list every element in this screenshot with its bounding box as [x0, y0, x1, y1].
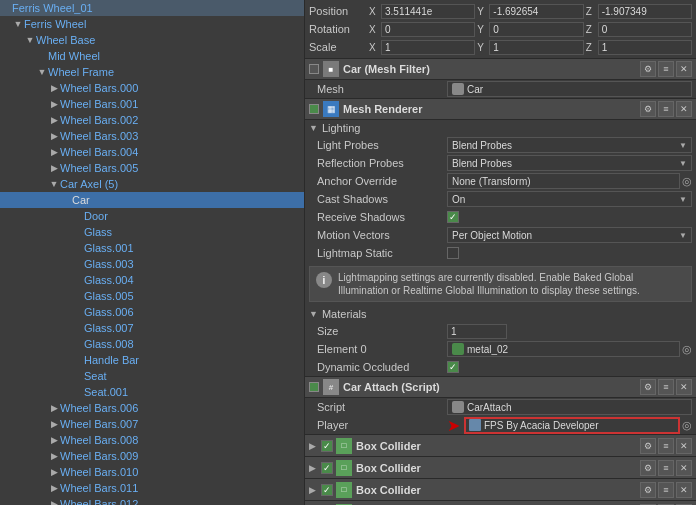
- tree-item-glass[interactable]: Glass: [0, 224, 304, 240]
- materials-label: Materials: [322, 308, 367, 320]
- mesh-filter-more-icon[interactable]: ≡: [658, 61, 674, 77]
- collider-close-2[interactable]: ✕: [676, 482, 692, 498]
- mesh-object-field[interactable]: Car: [447, 81, 692, 97]
- tree-item-glass-004[interactable]: Glass.004: [0, 272, 304, 288]
- tree-item-glass-006[interactable]: Glass.006: [0, 304, 304, 320]
- tree-item-car-axel[interactable]: ▼Car Axel (5): [0, 176, 304, 192]
- tree-item-wheel-frame[interactable]: ▼Wheel Frame: [0, 64, 304, 80]
- scale-x-input[interactable]: [381, 40, 475, 55]
- reflection-probes-dropdown[interactable]: Blend Probes ▼: [447, 155, 692, 171]
- size-input[interactable]: [447, 324, 507, 339]
- mesh-renderer-settings-icon[interactable]: ⚙: [640, 101, 656, 117]
- collider-more-1[interactable]: ≡: [658, 460, 674, 476]
- tree-item-wheel-base[interactable]: ▼Wheel Base: [0, 32, 304, 48]
- collider-row-1[interactable]: ▶ ✓ □ Box Collider ⚙ ≡ ✕: [305, 456, 696, 478]
- tree-item-glass-003[interactable]: Glass.003: [0, 256, 304, 272]
- collider-close-1[interactable]: ✕: [676, 460, 692, 476]
- tree-item-wheel-bars-007[interactable]: ▶Wheel Bars.007: [0, 416, 304, 432]
- collider-check-2[interactable]: ✓: [321, 484, 333, 496]
- rotation-z-input[interactable]: [598, 22, 692, 37]
- receive-shadows-checkbox[interactable]: ✓: [447, 211, 459, 223]
- element0-field[interactable]: metal_02: [447, 341, 680, 357]
- collider-settings-1[interactable]: ⚙: [640, 460, 656, 476]
- position-z-input[interactable]: [598, 4, 692, 19]
- cast-shadows-dropdown[interactable]: On ▼: [447, 191, 692, 207]
- position-row: Position X Y Z: [309, 2, 692, 20]
- lighting-label: Lighting: [322, 122, 361, 134]
- tree-item-glass-008[interactable]: Glass.008: [0, 336, 304, 352]
- tree-item-wheel-bars-003[interactable]: ▶Wheel Bars.003: [0, 128, 304, 144]
- scale-z-input[interactable]: [598, 40, 692, 55]
- mesh-filter-header[interactable]: ■ Car (Mesh Filter) ⚙ ≡ ✕: [305, 58, 696, 80]
- tree-arrow-wheel-bars-000: ▶: [48, 83, 60, 93]
- mesh-filter-close-icon[interactable]: ✕: [676, 61, 692, 77]
- script-field[interactable]: CarAttach: [447, 399, 692, 415]
- lighting-section-header[interactable]: ▼ Lighting: [309, 120, 692, 136]
- collider-close-0[interactable]: ✕: [676, 438, 692, 454]
- collider-settings-2[interactable]: ⚙: [640, 482, 656, 498]
- car-attach-more-icon[interactable]: ≡: [658, 379, 674, 395]
- tree-item-wheel-bars-006[interactable]: ▶Wheel Bars.006: [0, 400, 304, 416]
- receive-shadows-label: Receive Shadows: [317, 211, 447, 223]
- scale-y-input[interactable]: [489, 40, 583, 55]
- collider-settings-0[interactable]: ⚙: [640, 438, 656, 454]
- tree-item-wheel-bars-001[interactable]: ▶Wheel Bars.001: [0, 96, 304, 112]
- light-probes-dropdown[interactable]: Blend Probes ▼: [447, 137, 692, 153]
- collider-check-0[interactable]: ✓: [321, 440, 333, 452]
- collider-row-0[interactable]: ▶ ✓ □ Box Collider ⚙ ≡ ✕: [305, 434, 696, 456]
- tree-arrow-wheel-bars-004: ▶: [48, 147, 60, 157]
- anchor-override-field[interactable]: None (Transform): [447, 173, 680, 189]
- mesh-filter-toggle[interactable]: [309, 64, 319, 74]
- tree-item-ferris-wheel[interactable]: ▼Ferris Wheel: [0, 16, 304, 32]
- rotation-y-input[interactable]: [489, 22, 583, 37]
- tree-item-ferris-wheel-01[interactable]: Ferris Wheel_01: [0, 0, 304, 16]
- tree-item-door[interactable]: Door: [0, 208, 304, 224]
- tree-item-car[interactable]: Car: [0, 192, 304, 208]
- tree-item-handle-bar[interactable]: Handle Bar: [0, 352, 304, 368]
- tree-item-mid-wheel[interactable]: Mid Wheel: [0, 48, 304, 64]
- tree-item-wheel-bars-010[interactable]: ▶Wheel Bars.010: [0, 464, 304, 480]
- dynamic-occluded-checkbox[interactable]: ✓: [447, 361, 459, 373]
- position-x-input[interactable]: [381, 4, 475, 19]
- tree-item-wheel-bars-008[interactable]: ▶Wheel Bars.008: [0, 432, 304, 448]
- tree-item-wheel-bars-004[interactable]: ▶Wheel Bars.004: [0, 144, 304, 160]
- motion-vectors-dropdown[interactable]: Per Object Motion ▼: [447, 227, 692, 243]
- tree-item-seat-001[interactable]: Seat.001: [0, 384, 304, 400]
- light-probes-text: Blend Probes: [452, 140, 512, 151]
- lightmap-static-checkbox[interactable]: [447, 247, 459, 259]
- anchor-override-pick-icon[interactable]: ◎: [682, 175, 692, 188]
- collider-row-3[interactable]: ▶ ✓ □ Box Collider ⚙ ≡ ✕: [305, 500, 696, 505]
- tree-item-glass-001[interactable]: Glass.001: [0, 240, 304, 256]
- tree-item-wheel-bars-009[interactable]: ▶Wheel Bars.009: [0, 448, 304, 464]
- tree-item-wheel-bars-005[interactable]: ▶Wheel Bars.005: [0, 160, 304, 176]
- collider-check-1[interactable]: ✓: [321, 462, 333, 474]
- car-attach-settings-icon[interactable]: ⚙: [640, 379, 656, 395]
- player-pick-icon[interactable]: ◎: [682, 419, 692, 432]
- tree-item-wheel-bars-011[interactable]: ▶Wheel Bars.011: [0, 480, 304, 496]
- car-attach-header[interactable]: # Car Attach (Script) ⚙ ≡ ✕: [305, 376, 696, 398]
- mesh-renderer-more-icon[interactable]: ≡: [658, 101, 674, 117]
- tree-item-glass-007[interactable]: Glass.007: [0, 320, 304, 336]
- cast-shadows-text: On: [452, 194, 465, 205]
- materials-section-header[interactable]: ▼ Materials: [309, 306, 692, 322]
- collider-row-2[interactable]: ▶ ✓ □ Box Collider ⚙ ≡ ✕: [305, 478, 696, 500]
- mesh-renderer-toggle[interactable]: [309, 104, 319, 114]
- tree-item-seat[interactable]: Seat: [0, 368, 304, 384]
- mesh-renderer-close-icon[interactable]: ✕: [676, 101, 692, 117]
- mesh-filter-settings-icon[interactable]: ⚙: [640, 61, 656, 77]
- collider-more-2[interactable]: ≡: [658, 482, 674, 498]
- tree-item-wheel-bars-002[interactable]: ▶Wheel Bars.002: [0, 112, 304, 128]
- collider-more-0[interactable]: ≡: [658, 438, 674, 454]
- mesh-renderer-header[interactable]: ▦ Mesh Renderer ⚙ ≡ ✕: [305, 98, 696, 120]
- player-object-field[interactable]: FPS By Acacia Developer: [464, 417, 680, 434]
- tree-item-glass-005[interactable]: Glass.005: [0, 288, 304, 304]
- tree-item-wheel-bars-012[interactable]: ▶Wheel Bars.012: [0, 496, 304, 505]
- position-y-field: Y: [477, 4, 583, 19]
- tree-item-wheel-bars-000[interactable]: ▶Wheel Bars.000: [0, 80, 304, 96]
- rotation-x-input[interactable]: [381, 22, 475, 37]
- element0-pick-icon[interactable]: ◎: [682, 343, 692, 356]
- car-attach-toggle[interactable]: [309, 382, 319, 392]
- position-y-input[interactable]: [489, 4, 583, 19]
- tree-label-wheel-bars-011: Wheel Bars.011: [60, 482, 138, 494]
- car-attach-close-icon[interactable]: ✕: [676, 379, 692, 395]
